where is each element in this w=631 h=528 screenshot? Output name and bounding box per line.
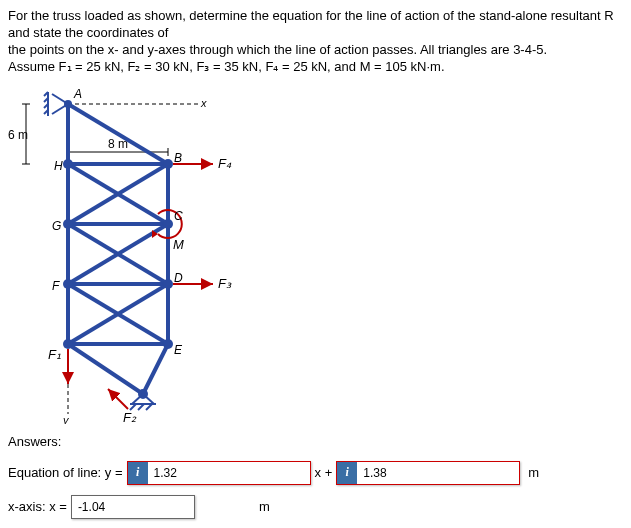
- pt-G: G: [52, 219, 61, 233]
- svg-line-50: [108, 389, 128, 409]
- pt-H: H: [54, 159, 63, 173]
- pt-E: E: [174, 343, 183, 357]
- svg-point-30: [163, 279, 173, 289]
- moment-label: M: [173, 237, 184, 252]
- svg-line-11: [68, 344, 143, 394]
- eq-slope-input[interactable]: [148, 463, 310, 483]
- equation-row: Equation of line: y = i x + i m: [8, 461, 623, 485]
- force-F1: F₁: [48, 347, 61, 362]
- eq-intercept-input[interactable]: [357, 463, 519, 483]
- svg-point-28: [163, 159, 173, 169]
- eq-label: Equation of line: y =: [8, 465, 123, 480]
- pt-F: F: [52, 279, 60, 293]
- pt-D: D: [174, 271, 183, 285]
- svg-line-41: [132, 394, 143, 404]
- truss-diagram: x y 6 m 8 m: [8, 84, 268, 424]
- svg-point-24: [63, 159, 73, 169]
- xplus-label: x +: [315, 465, 333, 480]
- svg-line-34: [52, 104, 68, 114]
- pt-C: C: [174, 209, 183, 223]
- unit-m-1: m: [528, 465, 539, 480]
- svg-point-26: [63, 279, 73, 289]
- answers-heading: Answers:: [8, 434, 623, 449]
- xaxis-label: x-axis: x =: [8, 499, 67, 514]
- eq-slope-box[interactable]: i: [127, 461, 311, 485]
- xaxis-input[interactable]: [72, 497, 194, 517]
- xaxis-box[interactable]: [71, 495, 195, 519]
- svg-point-25: [63, 219, 73, 229]
- unit-m-2: m: [259, 499, 270, 514]
- svg-line-12: [143, 344, 168, 394]
- info-badge-icon: i: [128, 462, 148, 484]
- axis-x-label: x: [200, 97, 207, 109]
- dim-6m: 6 m: [8, 128, 28, 142]
- force-F4: F₄: [218, 156, 232, 171]
- svg-line-33: [52, 94, 68, 104]
- force-F3: F₃: [218, 276, 232, 291]
- svg-point-27: [63, 339, 73, 349]
- svg-line-9: [68, 104, 168, 164]
- truss-svg: x y 6 m 8 m: [8, 84, 268, 424]
- problem-statement: For the truss loaded as shown, determine…: [8, 8, 623, 76]
- axis-y-label: y: [62, 414, 70, 424]
- pt-A: A: [73, 87, 82, 101]
- eq-intercept-box[interactable]: i: [336, 461, 520, 485]
- svg-line-42: [143, 394, 154, 404]
- svg-point-29: [163, 219, 173, 229]
- force-F2: F₂: [123, 410, 137, 424]
- xaxis-row: x-axis: x = m: [8, 495, 623, 519]
- problem-line2: the points on the x- and y-axes through …: [8, 42, 547, 57]
- info-badge-icon: i: [337, 462, 357, 484]
- pt-B: B: [174, 151, 182, 165]
- problem-line1: For the truss loaded as shown, determine…: [8, 8, 614, 40]
- problem-line3: Assume F₁ = 25 kN, F₂ = 30 kN, F₃ = 35 k…: [8, 59, 445, 74]
- svg-point-31: [163, 339, 173, 349]
